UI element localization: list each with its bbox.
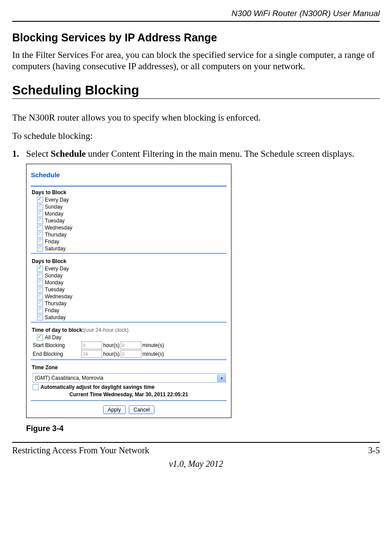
chk-tuesday-2[interactable]: Tuesday — [31, 286, 227, 293]
schedule-screenshot: Schedule Days to Block Every Day Sunday … — [26, 164, 231, 418]
footer-version: v1.0, May 2012 — [12, 455, 380, 477]
days-group1-label: Days to Block — [31, 187, 227, 196]
checkbox-icon — [37, 197, 43, 203]
current-time: Current Time Wednesday, Mar 30, 2011 22:… — [31, 391, 227, 399]
chk-thursday-1[interactable]: Thursday — [31, 231, 227, 238]
checkbox-icon — [37, 334, 43, 341]
chk-label: Thursday — [45, 300, 67, 307]
minutes-unit: minute(s) — [142, 351, 164, 357]
checkbox-icon — [37, 280, 43, 286]
chk-saturday-1[interactable]: Saturday — [31, 245, 227, 252]
chk-sunday-2[interactable]: Sunday — [31, 272, 227, 279]
header-manual-title: N300 WiFi Router (N300R) User Manual — [12, 0, 380, 20]
checkbox-icon — [37, 246, 43, 252]
chk-label: Wednesday — [45, 293, 72, 300]
tz-value: (GMT) Casablanca, Monrovia — [35, 375, 103, 381]
checkbox-icon — [37, 273, 43, 279]
checkbox-icon — [37, 232, 43, 238]
chk-wednesday-2[interactable]: Wednesday — [31, 293, 227, 300]
time-group-label: Time of day to block:(use 24-hour clock) — [31, 324, 227, 334]
checkbox-icon — [37, 211, 43, 217]
checkbox-icon — [37, 239, 43, 245]
chk-thursday-2[interactable]: Thursday — [31, 300, 227, 307]
checkbox-icon — [37, 314, 43, 320]
chk-label: Sunday — [45, 204, 63, 210]
header-rule — [12, 21, 380, 22]
minutes-unit: minute(s) — [142, 342, 164, 348]
start-hour-input[interactable]: 0 — [81, 341, 102, 349]
checkbox-icon — [37, 218, 43, 224]
section2-para2: To schedule blocking: — [12, 130, 380, 142]
chk-label: Monday — [45, 211, 64, 217]
chk-allday[interactable]: All Day — [31, 334, 227, 341]
start-label: Start Blocking — [33, 342, 80, 348]
start-minute-input[interactable]: 0 — [121, 341, 141, 349]
chk-everyday-2[interactable]: Every Day — [31, 265, 227, 272]
end-minute-input[interactable]: 0 — [121, 350, 141, 358]
hours-unit: hour(s) — [103, 351, 120, 357]
end-hour-input[interactable]: 24 — [81, 350, 102, 358]
end-row: End Blocking 24 hour(s) 0 minute(s) — [31, 350, 227, 358]
chk-label: All Day — [45, 334, 61, 341]
days-group2-label: Days to Block — [31, 256, 227, 265]
chk-sunday-1[interactable]: Sunday — [31, 203, 227, 210]
checkbox-icon — [37, 287, 43, 293]
chk-label: Thursday — [45, 232, 67, 238]
section2-rule — [12, 98, 380, 99]
cancel-button[interactable]: Cancel — [129, 405, 154, 414]
chk-friday-1[interactable]: Friday — [31, 238, 227, 245]
step-1-pre: Select — [26, 148, 51, 159]
chk-label: Tuesday — [45, 218, 65, 224]
chk-label: Saturday — [45, 314, 66, 320]
apply-button[interactable]: Apply — [103, 405, 126, 414]
figure-caption: Figure 3-4 — [26, 424, 380, 433]
checkbox-icon — [37, 266, 43, 272]
chk-monday-2[interactable]: Monday — [31, 279, 227, 286]
panel-rule-mid2 — [31, 322, 227, 323]
time-label-bold: Time of day to block: — [32, 327, 84, 333]
step-1-number: 1. — [12, 148, 26, 159]
step-1-text: Select Schedule under Content Filtering … — [26, 148, 354, 159]
panel-title: Schedule — [31, 167, 227, 180]
chk-label: Every Day — [45, 266, 69, 272]
panel-rule-mid3 — [31, 359, 227, 360]
checkbox-icon — [33, 384, 39, 390]
checkbox-icon — [37, 300, 43, 307]
section1-para: In the Filter Services For area, you can… — [12, 49, 380, 72]
footer-pagenum: 3-5 — [368, 445, 380, 455]
checkbox-icon — [37, 204, 43, 210]
chk-dst[interactable]: Automatically adjust for daylight saving… — [31, 384, 227, 391]
button-row: Apply Cancel — [31, 403, 227, 414]
chk-monday-1[interactable]: Monday — [31, 210, 227, 217]
chk-label: Automatically adjust for daylight saving… — [40, 384, 154, 390]
chk-label: Monday — [45, 280, 64, 286]
chk-label: Tuesday — [45, 287, 65, 293]
chk-label: Friday — [45, 307, 59, 314]
section1-heading: Blocking Services by IP Address Range — [12, 31, 380, 44]
chk-friday-2[interactable]: Friday — [31, 307, 227, 314]
tz-select[interactable]: (GMT) Casablanca, Monrovia ▾ — [33, 373, 226, 383]
chk-label: Saturday — [45, 246, 66, 252]
chk-label: Sunday — [45, 273, 63, 279]
chk-everyday-1[interactable]: Every Day — [31, 196, 227, 203]
section2-heading: Scheduling Blocking — [12, 83, 380, 98]
chk-label: Friday — [45, 239, 59, 245]
footer-rule — [12, 442, 380, 443]
section2-para1: The N300R router allows you to specify w… — [12, 112, 380, 123]
footer: Restricting Access From Your Network 3-5… — [12, 442, 380, 477]
chk-wednesday-1[interactable]: Wednesday — [31, 224, 227, 231]
chk-label: Wednesday — [45, 225, 72, 231]
end-label: End Blocking — [33, 351, 80, 357]
chk-tuesday-1[interactable]: Tuesday — [31, 217, 227, 224]
tz-group-label: Time Zone — [31, 362, 227, 371]
step-1-post: under Content Filtering in the main menu… — [86, 148, 354, 159]
checkbox-icon — [37, 307, 43, 314]
chk-saturday-2[interactable]: Saturday — [31, 314, 227, 321]
panel-rule-bottom — [31, 400, 227, 401]
panel-rule-mid1 — [31, 253, 227, 254]
chk-label: Every Day — [45, 197, 69, 203]
checkbox-icon — [37, 293, 43, 300]
time-label-hint: (use 24-hour clock) — [84, 327, 129, 333]
hours-unit: hour(s) — [103, 342, 120, 348]
start-row: Start Blocking 0 hour(s) 0 minute(s) — [31, 341, 227, 350]
